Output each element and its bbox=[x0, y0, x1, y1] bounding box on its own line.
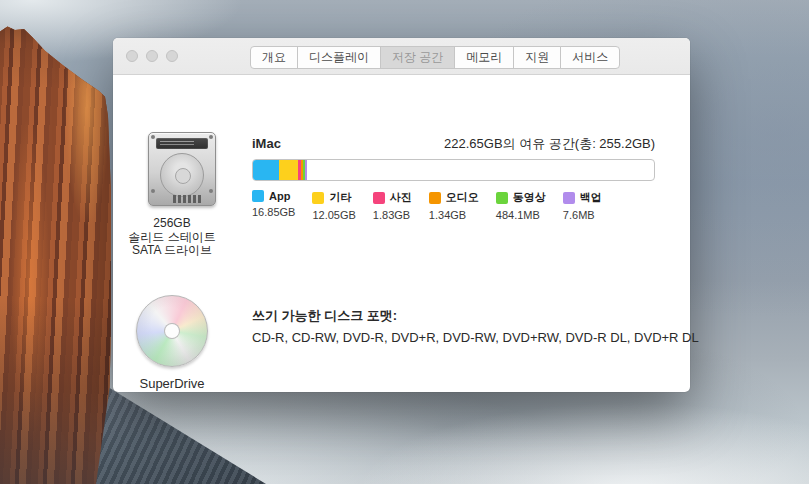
toolbar-tabs: 개요 디스플레이 저장 공간 메모리 지원 서비스 bbox=[250, 46, 620, 69]
legend-label: 백업 bbox=[580, 190, 602, 205]
disk-type-line2: SATA 드라이브 bbox=[113, 244, 231, 258]
tab-storage[interactable]: 저장 공간 bbox=[380, 46, 455, 69]
traffic-light-buttons bbox=[126, 50, 178, 62]
audio-swatch-icon bbox=[429, 192, 441, 204]
hard-drive-icon bbox=[148, 132, 216, 206]
wallpaper-cliff-slope bbox=[96, 388, 266, 484]
tab-support[interactable]: 지원 bbox=[513, 46, 561, 69]
window-titlebar[interactable]: 개요 디스플레이 저장 공간 메모리 지원 서비스 bbox=[113, 38, 690, 75]
legend-item-photos: 사진 1.83GB bbox=[373, 190, 412, 221]
disk-description: 256GB 솔리드 스테이트 SATA 드라이브 bbox=[113, 217, 231, 258]
zoom-button[interactable] bbox=[166, 50, 178, 62]
free-space-text: 222.65GB의 여유 공간(총: 255.2GB) bbox=[444, 135, 655, 153]
tab-service[interactable]: 서비스 bbox=[560, 46, 620, 69]
legend-item-backups: 백업 7.6MB bbox=[563, 190, 602, 221]
legend-value: 1.83GB bbox=[373, 209, 412, 221]
tab-memory[interactable]: 메모리 bbox=[454, 46, 514, 69]
legend-item-audio: 오디오 1.34GB bbox=[429, 190, 479, 221]
legend-item-other: 기타 12.05GB bbox=[312, 190, 355, 221]
writable-formats-list: CD-R, CD-RW, DVD-R, DVD+R, DVD-RW, DVD+R… bbox=[252, 330, 699, 345]
storage-header: iMac 222.65GB의 여유 공간(총: 255.2GB) bbox=[252, 135, 655, 153]
tab-overview[interactable]: 개요 bbox=[250, 46, 298, 69]
legend-item-app: App 16.85GB bbox=[252, 190, 295, 221]
legend-value: 16.85GB bbox=[252, 206, 295, 218]
legend-label: 동영상 bbox=[513, 190, 546, 205]
legend-label: 사진 bbox=[390, 190, 412, 205]
legend-label: 기타 bbox=[329, 190, 351, 205]
backups-swatch-icon bbox=[563, 192, 575, 204]
legend-value: 7.6MB bbox=[563, 209, 602, 221]
bar-segment bbox=[305, 160, 307, 180]
storage-legend: App 16.85GB 기타 12.05GB 사진 1.83GB 오디오 1.3… bbox=[252, 190, 602, 221]
legend-value: 1.34GB bbox=[429, 209, 479, 221]
app-swatch-icon bbox=[252, 190, 264, 202]
screw-icon bbox=[209, 135, 213, 139]
close-button[interactable] bbox=[126, 50, 138, 62]
minimize-button[interactable] bbox=[146, 50, 158, 62]
legend-item-movies: 동영상 484.1MB bbox=[496, 190, 546, 221]
legend-value: 12.05GB bbox=[312, 209, 355, 221]
writable-formats-title: 쓰기 가능한 디스크 포맷: bbox=[252, 307, 397, 325]
disk-type-line1: 솔리드 스테이트 bbox=[113, 231, 231, 245]
hdd-platter bbox=[160, 153, 204, 197]
superdrive-name: SuperDrive bbox=[113, 376, 231, 391]
movies-swatch-icon bbox=[496, 192, 508, 204]
screw-icon bbox=[151, 189, 155, 193]
legend-value: 484.1MB bbox=[496, 209, 546, 221]
storage-usage-bar bbox=[252, 159, 655, 181]
photos-swatch-icon bbox=[373, 192, 385, 204]
screw-icon bbox=[209, 189, 213, 193]
hdd-label-sticker bbox=[156, 138, 208, 149]
hdd-vents bbox=[173, 195, 201, 203]
disk-size: 256GB bbox=[113, 217, 231, 231]
screw-icon bbox=[151, 135, 155, 139]
legend-label: App bbox=[269, 190, 290, 202]
bar-segment bbox=[279, 160, 298, 180]
device-name: iMac bbox=[252, 136, 281, 151]
storage-pane: 256GB 솔리드 스테이트 SATA 드라이브 SuperDrive iMac… bbox=[113, 76, 690, 392]
other-swatch-icon bbox=[312, 192, 324, 204]
about-this-mac-window: 개요 디스플레이 저장 공간 메모리 지원 서비스 256GB 솔리드 스테이트… bbox=[113, 38, 690, 392]
legend-label: 오디오 bbox=[446, 190, 479, 205]
tab-displays[interactable]: 디스플레이 bbox=[297, 46, 381, 69]
superdrive-disc-icon bbox=[136, 295, 208, 367]
bar-segment bbox=[253, 160, 279, 180]
